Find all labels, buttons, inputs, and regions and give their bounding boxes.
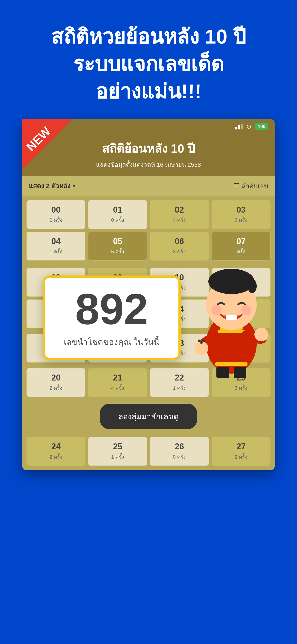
cell-count: 2 ครั้ง bbox=[214, 453, 268, 461]
cell-number: 27 bbox=[214, 442, 268, 452]
try-button-wrapper: ลองสุ่มมาสักเลขดู bbox=[26, 404, 270, 429]
cell-count: 0 ครั้ง bbox=[29, 216, 83, 224]
sort-selector[interactable]: ☰ ลำดับเลข bbox=[233, 181, 268, 191]
svg-point-11 bbox=[248, 279, 257, 293]
svg-point-13 bbox=[241, 305, 252, 315]
svg-rect-8 bbox=[234, 367, 246, 378]
display-label: แสดง 2 ตัวหลัง bbox=[29, 181, 70, 191]
hero-section: สถิติหวยย้อนหลัง 10 ปี ระบบแจกเลขเด็ด อย… bbox=[0, 0, 297, 119]
number-grid-top: 00 0 ครั้ง 01 0 ครั้ง 02 4 ครั้ง 03 2 คร… bbox=[22, 196, 275, 265]
cell-count: 4 ครั้ง bbox=[152, 216, 206, 224]
sort-label: ลำดับเลข bbox=[242, 181, 268, 191]
cell-number: 26 bbox=[152, 442, 206, 452]
cell-count: 1 ครั้ง bbox=[29, 248, 83, 256]
svg-point-12 bbox=[211, 305, 222, 315]
hero-title: สถิติหวยย้อนหลัง 10 ปี ระบบแจกเลขเด็ด อย… bbox=[14, 23, 283, 105]
number-grid-row7: 24 2 ครั้ง 25 1 ครั้ง 26 0 ครั้ง 27 2 คร… bbox=[22, 434, 275, 470]
cell-number: 01 bbox=[91, 205, 144, 215]
cell-count: 4 ครั้ง bbox=[91, 384, 144, 392]
list-item[interactable]: 20 2 ครั้ง bbox=[26, 368, 86, 397]
svg-rect-14 bbox=[226, 315, 237, 320]
cell-count: 2 ครั้ง bbox=[29, 453, 83, 461]
svg-point-17 bbox=[202, 340, 205, 342]
signal-icon bbox=[235, 124, 243, 130]
cell-count: 1 ครั้ง bbox=[152, 384, 206, 392]
cell-number: 04 bbox=[29, 236, 83, 246]
cell-number: 00 bbox=[29, 205, 83, 215]
list-item[interactable]: 27 2 ครั้ง bbox=[212, 437, 270, 466]
lucky-number: 892 bbox=[59, 287, 164, 331]
list-item[interactable]: 04 1 ครั้ง bbox=[26, 232, 86, 260]
lucky-number-popup: 892 เลขนำโชคของคุณ ในวันนี้ bbox=[42, 276, 181, 360]
display-selector[interactable]: แสดง 2 ตัวหลัง ▾ bbox=[29, 181, 75, 191]
cell-count: 5 ครั้ง bbox=[91, 248, 144, 256]
cell-number: 03 bbox=[214, 205, 268, 215]
new-badge-label: NEW bbox=[24, 124, 54, 154]
list-item[interactable]: 03 2 ครั้ง bbox=[212, 200, 270, 229]
svg-point-6 bbox=[254, 328, 268, 341]
list-item[interactable]: 05 5 ครั้ง bbox=[88, 232, 147, 260]
mascot bbox=[181, 258, 282, 378]
cell-number: 05 bbox=[91, 236, 144, 246]
list-item[interactable]: 07 ครั้ง bbox=[212, 232, 270, 260]
cell-count: 3 ครั้ง bbox=[152, 248, 206, 256]
list-item[interactable]: 01 0 ครั้ง bbox=[88, 200, 147, 229]
list-item[interactable]: 21 4 ครั้ง bbox=[88, 368, 147, 397]
sort-icon: ☰ bbox=[233, 182, 240, 190]
cell-count: 1 ครั้ง bbox=[91, 453, 144, 461]
cell-count: 2 ครั้ง bbox=[29, 384, 83, 392]
cell-number: 21 bbox=[91, 373, 144, 382]
cell-number: 02 bbox=[152, 205, 206, 215]
battery-indicator: 100 bbox=[255, 123, 268, 130]
cell-count: 0 ครั้ง bbox=[91, 216, 144, 224]
list-item[interactable]: 02 4 ครั้ง bbox=[150, 200, 209, 229]
svg-point-16 bbox=[200, 341, 203, 344]
mascot-svg bbox=[181, 258, 282, 378]
try-lucky-button[interactable]: ลองสุ่มมาสักเลขดู bbox=[100, 404, 197, 429]
cell-number: 07 bbox=[214, 236, 268, 246]
toolbar: แสดง 2 ตัวหลัง ▾ ☰ ลำดับเลข bbox=[22, 176, 275, 196]
list-item[interactable]: 24 2 ครั้ง bbox=[26, 437, 86, 466]
svg-rect-7 bbox=[216, 367, 229, 378]
lucky-label: เลขนำโชคของคุณ ในวันนี้ bbox=[59, 335, 164, 348]
cell-count: ครั้ง bbox=[214, 248, 268, 256]
list-item[interactable]: 26 0 ครั้ง bbox=[150, 437, 209, 466]
new-badge: NEW bbox=[22, 119, 72, 170]
list-item[interactable]: 00 0 ครั้ง bbox=[26, 200, 86, 229]
cell-number: 20 bbox=[29, 373, 83, 382]
cell-count: 0 ครั้ง bbox=[152, 453, 206, 461]
cell-number: 25 bbox=[91, 442, 144, 452]
svg-point-10 bbox=[208, 269, 254, 294]
list-item[interactable]: 25 1 ครั้ง bbox=[88, 437, 147, 466]
dropdown-arrow-icon: ▾ bbox=[73, 183, 75, 189]
phone-container: NEW ⊙ 100 สถิติย้อนหลัง 10 ปี แสดงข้อมูล… bbox=[22, 119, 275, 470]
cell-number: 24 bbox=[29, 442, 83, 452]
list-item[interactable]: 06 3 ครั้ง bbox=[150, 232, 209, 260]
svg-rect-15 bbox=[215, 362, 248, 366]
cell-number: 06 bbox=[152, 236, 206, 246]
cell-count: 3 ครั้ง bbox=[214, 384, 268, 392]
svg-point-18 bbox=[198, 340, 200, 342]
svg-rect-2 bbox=[218, 330, 245, 333]
cell-count: 2 ครั้ง bbox=[214, 216, 268, 224]
wifi-icon: ⊙ bbox=[246, 123, 252, 130]
